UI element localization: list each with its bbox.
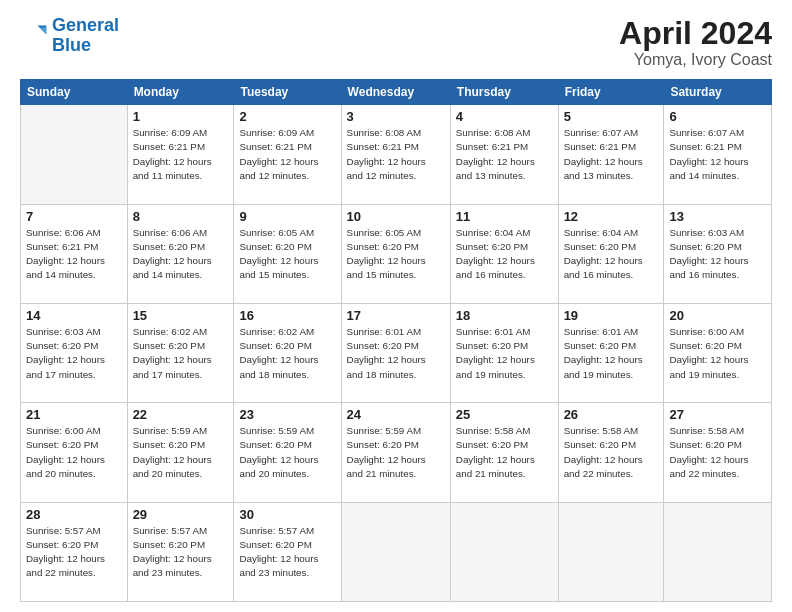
calendar-cell: 29Sunrise: 5:57 AM Sunset: 6:20 PM Dayli…	[127, 502, 234, 601]
cell-day-number: 6	[669, 109, 766, 124]
calendar-title: April 2024	[619, 16, 772, 51]
weekday-friday: Friday	[558, 80, 664, 105]
header: General Blue April 2024 Yomya, Ivory Coa…	[20, 16, 772, 69]
cell-day-number: 30	[239, 507, 335, 522]
calendar-cell: 30Sunrise: 5:57 AM Sunset: 6:20 PM Dayli…	[234, 502, 341, 601]
cell-daylight-info: Sunrise: 5:59 AM Sunset: 6:20 PM Dayligh…	[347, 424, 445, 481]
calendar-cell: 5Sunrise: 6:07 AM Sunset: 6:21 PM Daylig…	[558, 105, 664, 204]
calendar-cell: 20Sunrise: 6:00 AM Sunset: 6:20 PM Dayli…	[664, 303, 772, 402]
cell-day-number: 11	[456, 209, 553, 224]
cell-daylight-info: Sunrise: 5:58 AM Sunset: 6:20 PM Dayligh…	[456, 424, 553, 481]
cell-day-number: 24	[347, 407, 445, 422]
cell-daylight-info: Sunrise: 5:57 AM Sunset: 6:20 PM Dayligh…	[133, 524, 229, 581]
logo-line2: Blue	[52, 35, 91, 55]
cell-daylight-info: Sunrise: 6:06 AM Sunset: 6:21 PM Dayligh…	[26, 226, 122, 283]
cell-daylight-info: Sunrise: 5:58 AM Sunset: 6:20 PM Dayligh…	[564, 424, 659, 481]
cell-day-number: 26	[564, 407, 659, 422]
cell-day-number: 1	[133, 109, 229, 124]
cell-day-number: 3	[347, 109, 445, 124]
cell-daylight-info: Sunrise: 6:07 AM Sunset: 6:21 PM Dayligh…	[669, 126, 766, 183]
calendar-cell: 12Sunrise: 6:04 AM Sunset: 6:20 PM Dayli…	[558, 204, 664, 303]
cell-daylight-info: Sunrise: 5:58 AM Sunset: 6:20 PM Dayligh…	[669, 424, 766, 481]
cell-daylight-info: Sunrise: 6:09 AM Sunset: 6:21 PM Dayligh…	[133, 126, 229, 183]
calendar-cell	[664, 502, 772, 601]
calendar-cell: 6Sunrise: 6:07 AM Sunset: 6:21 PM Daylig…	[664, 105, 772, 204]
cell-daylight-info: Sunrise: 6:00 AM Sunset: 6:20 PM Dayligh…	[669, 325, 766, 382]
calendar-cell: 11Sunrise: 6:04 AM Sunset: 6:20 PM Dayli…	[450, 204, 558, 303]
calendar-table: Sunday Monday Tuesday Wednesday Thursday…	[20, 79, 772, 602]
calendar-cell: 17Sunrise: 6:01 AM Sunset: 6:20 PM Dayli…	[341, 303, 450, 402]
weekday-thursday: Thursday	[450, 80, 558, 105]
calendar-cell: 21Sunrise: 6:00 AM Sunset: 6:20 PM Dayli…	[21, 403, 128, 502]
week-row-3: 21Sunrise: 6:00 AM Sunset: 6:20 PM Dayli…	[21, 403, 772, 502]
calendar-cell: 23Sunrise: 5:59 AM Sunset: 6:20 PM Dayli…	[234, 403, 341, 502]
calendar-cell: 10Sunrise: 6:05 AM Sunset: 6:20 PM Dayli…	[341, 204, 450, 303]
cell-daylight-info: Sunrise: 6:04 AM Sunset: 6:20 PM Dayligh…	[564, 226, 659, 283]
calendar-cell: 15Sunrise: 6:02 AM Sunset: 6:20 PM Dayli…	[127, 303, 234, 402]
cell-daylight-info: Sunrise: 6:08 AM Sunset: 6:21 PM Dayligh…	[347, 126, 445, 183]
cell-daylight-info: Sunrise: 5:57 AM Sunset: 6:20 PM Dayligh…	[239, 524, 335, 581]
calendar-header: Sunday Monday Tuesday Wednesday Thursday…	[21, 80, 772, 105]
calendar-cell: 24Sunrise: 5:59 AM Sunset: 6:20 PM Dayli…	[341, 403, 450, 502]
cell-day-number: 23	[239, 407, 335, 422]
cell-day-number: 22	[133, 407, 229, 422]
cell-daylight-info: Sunrise: 6:06 AM Sunset: 6:20 PM Dayligh…	[133, 226, 229, 283]
weekday-sunday: Sunday	[21, 80, 128, 105]
cell-daylight-info: Sunrise: 6:08 AM Sunset: 6:21 PM Dayligh…	[456, 126, 553, 183]
cell-day-number: 7	[26, 209, 122, 224]
weekday-saturday: Saturday	[664, 80, 772, 105]
calendar-cell: 1Sunrise: 6:09 AM Sunset: 6:21 PM Daylig…	[127, 105, 234, 204]
calendar-cell: 8Sunrise: 6:06 AM Sunset: 6:20 PM Daylig…	[127, 204, 234, 303]
calendar-cell: 25Sunrise: 5:58 AM Sunset: 6:20 PM Dayli…	[450, 403, 558, 502]
cell-day-number: 16	[239, 308, 335, 323]
weekday-wednesday: Wednesday	[341, 80, 450, 105]
calendar-cell: 4Sunrise: 6:08 AM Sunset: 6:21 PM Daylig…	[450, 105, 558, 204]
cell-day-number: 10	[347, 209, 445, 224]
calendar-cell: 27Sunrise: 5:58 AM Sunset: 6:20 PM Dayli…	[664, 403, 772, 502]
cell-day-number: 21	[26, 407, 122, 422]
calendar-cell: 26Sunrise: 5:58 AM Sunset: 6:20 PM Dayli…	[558, 403, 664, 502]
page: General Blue April 2024 Yomya, Ivory Coa…	[0, 0, 792, 612]
cell-daylight-info: Sunrise: 6:03 AM Sunset: 6:20 PM Dayligh…	[26, 325, 122, 382]
week-row-2: 14Sunrise: 6:03 AM Sunset: 6:20 PM Dayli…	[21, 303, 772, 402]
cell-daylight-info: Sunrise: 6:03 AM Sunset: 6:20 PM Dayligh…	[669, 226, 766, 283]
cell-day-number: 19	[564, 308, 659, 323]
cell-day-number: 13	[669, 209, 766, 224]
cell-day-number: 29	[133, 507, 229, 522]
calendar-body: 1Sunrise: 6:09 AM Sunset: 6:21 PM Daylig…	[21, 105, 772, 602]
cell-day-number: 27	[669, 407, 766, 422]
cell-day-number: 25	[456, 407, 553, 422]
cell-daylight-info: Sunrise: 6:01 AM Sunset: 6:20 PM Dayligh…	[347, 325, 445, 382]
cell-day-number: 4	[456, 109, 553, 124]
cell-daylight-info: Sunrise: 6:00 AM Sunset: 6:20 PM Dayligh…	[26, 424, 122, 481]
calendar-subtitle: Yomya, Ivory Coast	[619, 51, 772, 69]
cell-day-number: 28	[26, 507, 122, 522]
calendar-cell: 9Sunrise: 6:05 AM Sunset: 6:20 PM Daylig…	[234, 204, 341, 303]
cell-daylight-info: Sunrise: 5:59 AM Sunset: 6:20 PM Dayligh…	[133, 424, 229, 481]
week-row-1: 7Sunrise: 6:06 AM Sunset: 6:21 PM Daylig…	[21, 204, 772, 303]
weekday-tuesday: Tuesday	[234, 80, 341, 105]
cell-day-number: 14	[26, 308, 122, 323]
weekday-monday: Monday	[127, 80, 234, 105]
logo-text: General Blue	[52, 16, 119, 56]
week-row-4: 28Sunrise: 5:57 AM Sunset: 6:20 PM Dayli…	[21, 502, 772, 601]
cell-day-number: 9	[239, 209, 335, 224]
weekday-row: Sunday Monday Tuesday Wednesday Thursday…	[21, 80, 772, 105]
logo: General Blue	[20, 16, 119, 56]
svg-marker-1	[39, 27, 46, 34]
calendar-cell: 7Sunrise: 6:06 AM Sunset: 6:21 PM Daylig…	[21, 204, 128, 303]
calendar-cell: 3Sunrise: 6:08 AM Sunset: 6:21 PM Daylig…	[341, 105, 450, 204]
cell-daylight-info: Sunrise: 6:05 AM Sunset: 6:20 PM Dayligh…	[239, 226, 335, 283]
calendar-cell	[21, 105, 128, 204]
cell-day-number: 18	[456, 308, 553, 323]
logo-line1: General	[52, 15, 119, 35]
cell-daylight-info: Sunrise: 6:01 AM Sunset: 6:20 PM Dayligh…	[564, 325, 659, 382]
calendar-cell: 19Sunrise: 6:01 AM Sunset: 6:20 PM Dayli…	[558, 303, 664, 402]
logo-icon	[20, 22, 48, 50]
calendar-cell: 14Sunrise: 6:03 AM Sunset: 6:20 PM Dayli…	[21, 303, 128, 402]
cell-daylight-info: Sunrise: 6:01 AM Sunset: 6:20 PM Dayligh…	[456, 325, 553, 382]
cell-day-number: 15	[133, 308, 229, 323]
cell-daylight-info: Sunrise: 5:59 AM Sunset: 6:20 PM Dayligh…	[239, 424, 335, 481]
cell-day-number: 2	[239, 109, 335, 124]
cell-daylight-info: Sunrise: 6:09 AM Sunset: 6:21 PM Dayligh…	[239, 126, 335, 183]
